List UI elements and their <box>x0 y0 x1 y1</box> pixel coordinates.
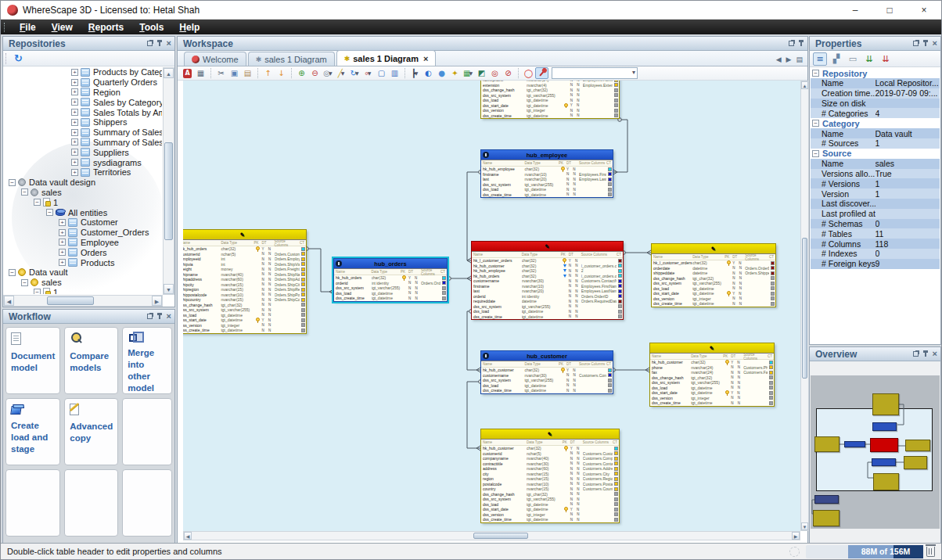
approve-button[interactable]: ↑ <box>261 67 275 79</box>
close-panel-icon[interactable]: × <box>167 40 171 47</box>
scroll-left-icon[interactable]: ◀ <box>4 296 14 306</box>
pin-panel-icon[interactable] <box>798 40 804 47</box>
overview-minimap[interactable] <box>811 375 940 529</box>
zoom-select-button[interactable]: ◎▼ <box>322 67 335 79</box>
diagram-table-hub_customer[interactable]: hub_customerNameData TypePKDTSource Colu… <box>480 350 613 394</box>
collapse-icon[interactable]: − <box>812 70 819 77</box>
property-row[interactable]: Versions allo...True <box>811 169 940 179</box>
menu-item-reports[interactable]: Reports <box>81 22 131 33</box>
property-row[interactable]: # Categories4 <box>811 108 940 118</box>
relationship-line[interactable] <box>307 249 333 292</box>
table-title[interactable]: ✎ <box>472 242 623 252</box>
collapse-icon[interactable]: − <box>34 199 41 206</box>
property-row[interactable]: Namesales <box>811 159 940 169</box>
tree-item-shippers[interactable]: +Shippers <box>4 117 162 127</box>
close-panel-icon[interactable]: × <box>933 40 937 47</box>
tabs-prev-icon[interactable]: ◀ <box>776 56 782 63</box>
table-row[interactable]: dss_create_timetgt_datetimeN N <box>183 328 306 333</box>
tabs-next-icon[interactable]: ▶ <box>786 56 792 63</box>
tree-item-employee[interactable]: +Employee <box>4 238 162 248</box>
relationship-line[interactable] <box>467 382 480 448</box>
paste-button[interactable]: ▤ <box>241 67 254 79</box>
property-row[interactable]: Last discover... <box>811 199 940 209</box>
tree-item-region[interactable]: +Region <box>4 88 162 98</box>
dropdown-caret-icon[interactable]: ▼ <box>329 70 333 76</box>
table-row[interactable]: customeridnchar(5)N NOrders.CustomerID <box>183 252 306 257</box>
diagram-table-clipped[interactable]: ✎NameData TypePKDTSource ColumnsCThomeph… <box>480 81 620 119</box>
pin-button[interactable] <box>535 67 548 79</box>
reject-button[interactable]: ↓ <box>275 67 288 79</box>
scroll-thumb[interactable] <box>802 238 807 379</box>
table-title[interactable]: hub_employee <box>481 150 613 160</box>
property-row[interactable]: Last profiled at <box>811 209 940 219</box>
table-row[interactable]: shipnamenvarchar(40)N NOrders.ShipName <box>183 272 306 278</box>
expand-icon[interactable]: + <box>71 149 78 156</box>
forbid-button[interactable]: ⊘ <box>502 67 515 79</box>
tabs-list-icon[interactable]: ▤ <box>796 56 803 63</box>
table-row[interactable]: shipviaintN NOrders.ShipVia <box>183 262 306 267</box>
table-row[interactable]: orderidint identityN NOrders.OrderID <box>472 294 623 300</box>
collapse-icon[interactable]: − <box>812 120 819 127</box>
scroll-down-icon[interactable]: ▼ <box>164 284 174 294</box>
table-row[interactable]: firstnamenvarchar(10)N NEmployees.FirstN… <box>481 172 613 178</box>
preview-button[interactable]: ▭ <box>846 52 860 66</box>
table-row[interactable]: employeeidintN NOrders.EmployeeID <box>183 257 306 262</box>
scroll-thumb[interactable] <box>473 533 528 539</box>
table-row[interactable]: hk_hub_customerchar(32)N Nl_customer_ord… <box>472 264 623 269</box>
tree-item-products[interactable]: +Products <box>4 257 162 267</box>
table-row[interactable]: companynamenvarchar(40)N NCustomers.Comp… <box>481 456 619 461</box>
expand-icon[interactable]: + <box>71 159 78 166</box>
dropdown-caret-icon[interactable]: ▼ <box>355 70 359 76</box>
collapse-icon[interactable]: − <box>21 279 28 286</box>
zoom-in-button[interactable]: ⊕ <box>295 67 308 79</box>
table-row[interactable]: freightmoneyN NOrders.Freight <box>183 267 306 272</box>
select-frame-button[interactable]: ▢ <box>375 67 388 79</box>
key-button[interactable]: ✦ <box>448 67 462 79</box>
table-row[interactable]: customernamenvarchar(30)N NCustomers.Con… <box>481 373 613 379</box>
tree-horizontal-scrollbar[interactable]: ◀ ▶ <box>3 295 163 307</box>
expand-icon[interactable]: + <box>71 99 78 106</box>
table-row[interactable]: citynvarchar(15)N NCustomers.City <box>481 472 619 477</box>
workflow-card-create-load-and-stage[interactable]: Create load and stage <box>5 398 60 465</box>
expand-icon[interactable]: + <box>71 109 78 116</box>
table-row[interactable]: postalcodenvarchar(10)N NCustomers.Posta… <box>481 482 619 487</box>
expand-icon[interactable]: + <box>59 239 66 246</box>
scroll-thumb[interactable] <box>164 142 173 240</box>
close-panel-icon[interactable]: × <box>933 350 937 357</box>
collapse-icon[interactable]: − <box>46 209 53 216</box>
table-title[interactable]: ✎ <box>183 230 306 240</box>
scroll-up-icon[interactable]: ▲ <box>164 68 174 78</box>
table-row[interactable]: dss_create_timetgt_datetimeN N <box>481 113 619 119</box>
table-row[interactable]: shipaddressnvarchar(60)N NOrders.ShipAdd… <box>183 277 306 282</box>
table-row[interactable]: addressnvarchar(60)N NCustomers.Address <box>481 466 619 472</box>
dropdown-caret-icon[interactable]: ▼ <box>341 70 345 76</box>
menu-item-help[interactable]: Help <box>171 22 207 33</box>
property-row[interactable]: # Tables11 <box>811 228 940 239</box>
table-row[interactable]: shippostalcodenvarchar(10)N NOrders.Ship… <box>183 293 306 298</box>
tab-sales-1-diagram[interactable]: ✱sales 1 Diagram <box>248 52 335 66</box>
table-row[interactable]: dss_create_timetgt_datetimeN N <box>481 517 619 522</box>
menu-item-view[interactable]: View <box>44 22 81 33</box>
route-style-button[interactable]: ∘▼ <box>361 67 375 79</box>
float-panel-icon[interactable] <box>147 314 153 319</box>
cut-button[interactable]: ✂ <box>214 67 228 79</box>
workflow-card-merge-into-other-model[interactable]: Merge into other model <box>122 327 172 394</box>
table-row[interactable]: orderdatedatetimeN NOrders.OrderDate <box>652 266 775 271</box>
diagram-table-s_customer_gdpr[interactable]: ✎NameData TypePKDTSource ColumnsCThk_hub… <box>649 343 775 407</box>
expand-icon[interactable]: + <box>59 229 66 236</box>
copy-button[interactable]: ▣ <box>228 67 241 79</box>
scroll-thumb[interactable] <box>47 296 94 305</box>
scroll-left-icon[interactable]: ◀ <box>184 532 192 540</box>
property-row[interactable]: # Indexes0 <box>811 249 940 259</box>
table-row[interactable]: hk_hub_orderschar(32)N Nl_customer_order… <box>472 274 623 279</box>
expand-icon[interactable]: + <box>71 129 78 136</box>
collapse-icon[interactable]: − <box>9 179 16 186</box>
diagram-table-s_customer_orders_transact[interactable]: ✎NameData TypePKDTSource ColumnsCThk_l_c… <box>651 243 776 307</box>
pin-panel-icon[interactable] <box>922 350 929 357</box>
float-panel-icon[interactable] <box>913 41 919 46</box>
tree-item-sales-by-category[interactable]: +Sales by Category <box>4 97 162 107</box>
tree-item-quarterly-orders[interactable]: +Quarterly Orders <box>4 77 162 88</box>
draw-relationship-button[interactable]: ╱▼ <box>335 67 348 79</box>
memory-gauge[interactable]: 88M of 156M <box>806 545 923 558</box>
close-button[interactable]: × <box>907 1 941 20</box>
